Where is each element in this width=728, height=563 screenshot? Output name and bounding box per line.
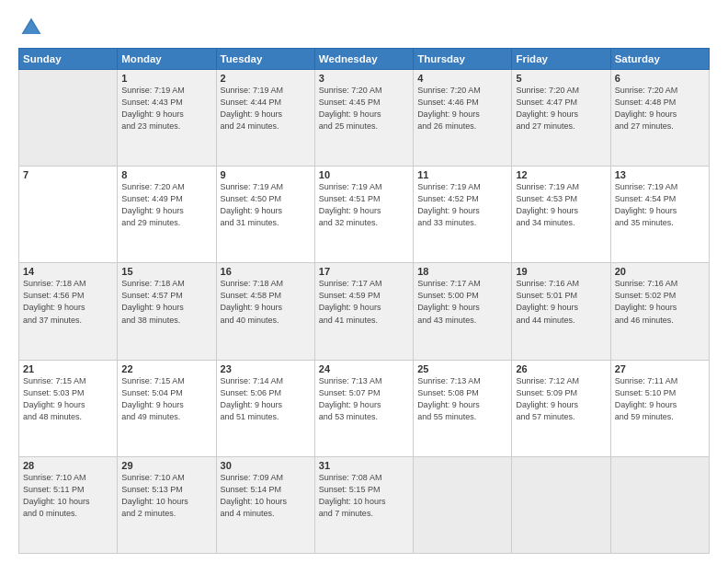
day-number: 11: [417, 169, 507, 180]
day-number: 19: [516, 266, 606, 277]
day-info: Sunrise: 7:17 AMSunset: 5:00 PMDaylight:…: [417, 278, 507, 326]
weekday-header-saturday: Saturday: [610, 49, 709, 70]
calendar-cell: 5Sunrise: 7:20 AMSunset: 4:47 PMDaylight…: [512, 70, 610, 167]
day-info: Sunrise: 7:15 AMSunset: 5:04 PMDaylight:…: [121, 375, 211, 423]
calendar-cell: 27Sunrise: 7:11 AMSunset: 5:10 PMDayligh…: [610, 360, 709, 456]
day-number: 14: [23, 266, 113, 277]
day-info: Sunrise: 7:10 AMSunset: 5:13 PMDaylight:…: [121, 472, 211, 520]
day-info: Sunrise: 7:19 AMSunset: 4:44 PMDaylight:…: [221, 85, 311, 132]
day-number: 26: [516, 363, 606, 374]
day-info: Sunrise: 7:20 AMSunset: 4:46 PMDaylight:…: [417, 85, 507, 132]
page: SundayMondayTuesdayWednesdayThursdayFrid…: [0, 0, 728, 563]
day-info: Sunrise: 7:13 AMSunset: 5:07 PMDaylight:…: [319, 375, 409, 423]
weekday-header-tuesday: Tuesday: [216, 49, 314, 70]
calendar-cell: 26Sunrise: 7:12 AMSunset: 5:09 PMDayligh…: [512, 360, 610, 456]
day-info: Sunrise: 7:16 AMSunset: 5:02 PMDaylight:…: [615, 278, 705, 326]
calendar-cell: 10Sunrise: 7:19 AMSunset: 4:51 PMDayligh…: [314, 167, 413, 263]
calendar-cell: 20Sunrise: 7:16 AMSunset: 5:02 PMDayligh…: [610, 263, 709, 360]
calendar-week-row: 1Sunrise: 7:19 AMSunset: 4:43 PMDaylight…: [19, 70, 710, 167]
day-info: Sunrise: 7:16 AMSunset: 5:01 PMDaylight:…: [516, 278, 606, 326]
calendar-cell: 15Sunrise: 7:18 AMSunset: 4:57 PMDayligh…: [118, 263, 216, 360]
calendar-cell: 9Sunrise: 7:19 AMSunset: 4:50 PMDaylight…: [216, 167, 314, 263]
day-info: Sunrise: 7:14 AMSunset: 5:06 PMDaylight:…: [221, 375, 311, 423]
calendar-cell: 6Sunrise: 7:20 AMSunset: 4:48 PMDaylight…: [610, 70, 709, 167]
calendar-cell: 2Sunrise: 7:19 AMSunset: 4:44 PMDaylight…: [216, 70, 314, 167]
calendar-cell: 22Sunrise: 7:15 AMSunset: 5:04 PMDayligh…: [118, 360, 216, 456]
day-number: 18: [417, 266, 507, 277]
day-number: 4: [417, 73, 507, 84]
calendar-table: SundayMondayTuesdayWednesdayThursdayFrid…: [18, 48, 710, 554]
day-info: Sunrise: 7:20 AMSunset: 4:49 PMDaylight:…: [121, 181, 211, 229]
day-info: Sunrise: 7:20 AMSunset: 4:45 PMDaylight:…: [319, 85, 409, 132]
calendar-week-row: 28Sunrise: 7:10 AMSunset: 5:11 PMDayligh…: [19, 456, 710, 553]
day-number: 12: [516, 169, 606, 180]
calendar-cell: [414, 456, 512, 553]
calendar-cell: 21Sunrise: 7:15 AMSunset: 5:03 PMDayligh…: [19, 360, 118, 456]
calendar-cell: 17Sunrise: 7:17 AMSunset: 4:59 PMDayligh…: [314, 263, 413, 360]
calendar-cell: 28Sunrise: 7:10 AMSunset: 5:11 PMDayligh…: [19, 456, 118, 553]
calendar-cell: 18Sunrise: 7:17 AMSunset: 5:00 PMDayligh…: [414, 263, 512, 360]
header: [18, 15, 710, 40]
weekday-header-monday: Monday: [118, 49, 216, 70]
day-number: 6: [615, 73, 705, 84]
day-info: Sunrise: 7:11 AMSunset: 5:10 PMDaylight:…: [615, 375, 705, 423]
calendar-cell: 31Sunrise: 7:08 AMSunset: 5:15 PMDayligh…: [314, 456, 413, 553]
day-info: Sunrise: 7:19 AMSunset: 4:54 PMDaylight:…: [615, 181, 705, 229]
calendar-cell: 29Sunrise: 7:10 AMSunset: 5:13 PMDayligh…: [118, 456, 216, 553]
calendar-cell: 8Sunrise: 7:20 AMSunset: 4:49 PMDaylight…: [118, 167, 216, 263]
day-info: Sunrise: 7:13 AMSunset: 5:08 PMDaylight:…: [417, 375, 507, 423]
day-info: Sunrise: 7:15 AMSunset: 5:03 PMDaylight:…: [23, 375, 113, 423]
day-number: 28: [23, 460, 113, 471]
day-number: 22: [121, 363, 211, 374]
day-info: Sunrise: 7:08 AMSunset: 5:15 PMDaylight:…: [319, 472, 409, 520]
calendar-cell: 4Sunrise: 7:20 AMSunset: 4:46 PMDaylight…: [414, 70, 512, 167]
day-number: 9: [221, 169, 311, 180]
day-number: 24: [319, 363, 409, 374]
calendar-cell: 23Sunrise: 7:14 AMSunset: 5:06 PMDayligh…: [216, 360, 314, 456]
logo: [18, 15, 48, 40]
day-number: 20: [615, 266, 705, 277]
day-number: 31: [319, 460, 409, 471]
day-info: Sunrise: 7:19 AMSunset: 4:43 PMDaylight:…: [121, 85, 211, 132]
day-info: Sunrise: 7:17 AMSunset: 4:59 PMDaylight:…: [319, 278, 409, 326]
calendar-cell: 3Sunrise: 7:20 AMSunset: 4:45 PMDaylight…: [314, 70, 413, 167]
calendar-cell: 16Sunrise: 7:18 AMSunset: 4:58 PMDayligh…: [216, 263, 314, 360]
calendar-cell: 19Sunrise: 7:16 AMSunset: 5:01 PMDayligh…: [512, 263, 610, 360]
calendar-cell: 12Sunrise: 7:19 AMSunset: 4:53 PMDayligh…: [512, 167, 610, 263]
day-info: Sunrise: 7:19 AMSunset: 4:51 PMDaylight:…: [319, 181, 409, 229]
day-number: 30: [221, 460, 311, 471]
day-info: Sunrise: 7:19 AMSunset: 4:52 PMDaylight:…: [417, 181, 507, 229]
day-number: 2: [221, 73, 311, 84]
day-number: 8: [121, 169, 211, 180]
weekday-header-sunday: Sunday: [19, 49, 118, 70]
day-info: Sunrise: 7:18 AMSunset: 4:57 PMDaylight:…: [121, 278, 211, 326]
day-number: 10: [319, 169, 409, 180]
weekday-header-thursday: Thursday: [414, 49, 512, 70]
weekday-header-wednesday: Wednesday: [314, 49, 413, 70]
calendar-cell: 13Sunrise: 7:19 AMSunset: 4:54 PMDayligh…: [610, 167, 709, 263]
day-number: 3: [319, 73, 409, 84]
day-info: Sunrise: 7:20 AMSunset: 4:48 PMDaylight:…: [615, 85, 705, 132]
day-number: 5: [516, 73, 606, 84]
day-number: 17: [319, 266, 409, 277]
day-info: Sunrise: 7:20 AMSunset: 4:47 PMDaylight:…: [516, 85, 606, 132]
logo-icon: [18, 15, 44, 40]
calendar-cell: 1Sunrise: 7:19 AMSunset: 4:43 PMDaylight…: [118, 70, 216, 167]
calendar-cell: 11Sunrise: 7:19 AMSunset: 4:52 PMDayligh…: [414, 167, 512, 263]
calendar-cell: [19, 70, 118, 167]
calendar-week-row: 21Sunrise: 7:15 AMSunset: 5:03 PMDayligh…: [19, 360, 710, 456]
day-info: Sunrise: 7:09 AMSunset: 5:14 PMDaylight:…: [221, 472, 311, 520]
day-number: 15: [121, 266, 211, 277]
day-number: 27: [615, 363, 705, 374]
day-info: Sunrise: 7:12 AMSunset: 5:09 PMDaylight:…: [516, 375, 606, 423]
day-number: 23: [221, 363, 311, 374]
calendar-cell: [512, 456, 610, 553]
day-number: 16: [221, 266, 311, 277]
calendar-cell: 14Sunrise: 7:18 AMSunset: 4:56 PMDayligh…: [19, 263, 118, 360]
day-info: Sunrise: 7:10 AMSunset: 5:11 PMDaylight:…: [23, 472, 113, 520]
calendar-cell: [610, 456, 709, 553]
weekday-header-row: SundayMondayTuesdayWednesdayThursdayFrid…: [19, 49, 710, 70]
day-info: Sunrise: 7:19 AMSunset: 4:50 PMDaylight:…: [221, 181, 311, 229]
weekday-header-friday: Friday: [512, 49, 610, 70]
day-info: Sunrise: 7:19 AMSunset: 4:53 PMDaylight:…: [516, 181, 606, 229]
